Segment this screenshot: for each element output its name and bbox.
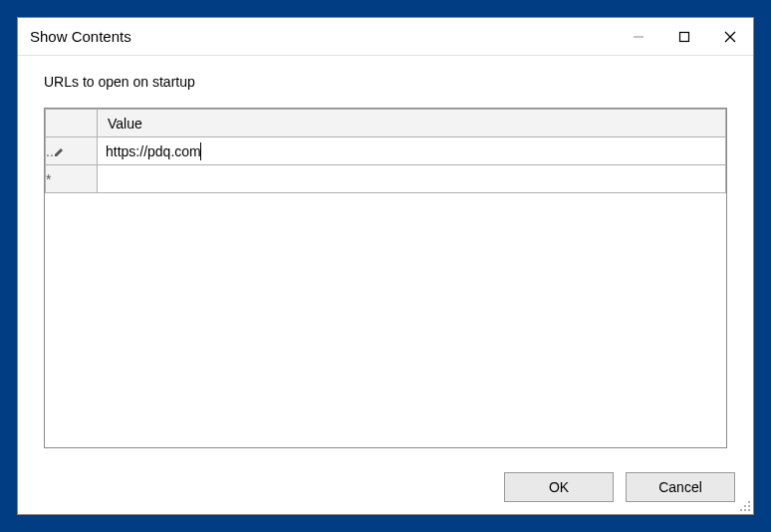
svg-point-4 <box>748 501 750 503</box>
asterisk-icon: * <box>46 171 51 187</box>
cell-text: https://pdq.com <box>106 143 201 159</box>
svg-point-5 <box>744 505 746 507</box>
window-controls <box>616 18 753 55</box>
svg-rect-1 <box>680 32 689 41</box>
close-icon <box>724 31 736 43</box>
pencil-icon: .. <box>46 143 64 159</box>
window-title: Show Contents <box>30 28 616 45</box>
svg-point-8 <box>744 509 746 511</box>
value-cell[interactable]: https://pdq.com <box>98 137 726 165</box>
ok-button[interactable]: OK <box>504 472 614 502</box>
dialog-content: URLs to open on startup Value .. <box>18 56 753 458</box>
cancel-button[interactable]: Cancel <box>626 472 735 502</box>
row-indicator-new[interactable]: * <box>46 165 98 193</box>
minimize-button[interactable] <box>616 18 661 55</box>
grid-header-row: Value <box>46 110 726 137</box>
value-cell[interactable] <box>98 165 726 193</box>
row-selector-header[interactable] <box>46 110 98 137</box>
grid-table: Value .. https://pdq.com <box>45 109 726 193</box>
column-header-value[interactable]: Value <box>98 110 726 137</box>
url-grid[interactable]: Value .. https://pdq.com <box>44 108 727 448</box>
value-input-new[interactable] <box>98 165 725 192</box>
maximize-button[interactable] <box>661 18 707 55</box>
svg-point-6 <box>748 505 750 507</box>
svg-point-7 <box>740 509 742 511</box>
close-button[interactable] <box>707 18 753 55</box>
dialog-window: Show Contents URLs to open on startup <box>17 17 754 515</box>
minimize-icon <box>633 31 644 43</box>
text-caret <box>200 142 201 160</box>
titlebar: Show Contents <box>18 18 753 56</box>
table-row[interactable]: .. https://pdq.com <box>46 137 726 165</box>
field-label: URLs to open on startup <box>44 74 727 90</box>
maximize-icon <box>678 31 690 43</box>
svg-point-9 <box>748 509 750 511</box>
resize-grip-icon[interactable] <box>737 498 751 512</box>
button-bar: OK Cancel <box>18 458 753 514</box>
table-row[interactable]: * <box>46 165 726 193</box>
row-indicator-edit[interactable]: .. <box>46 137 98 165</box>
